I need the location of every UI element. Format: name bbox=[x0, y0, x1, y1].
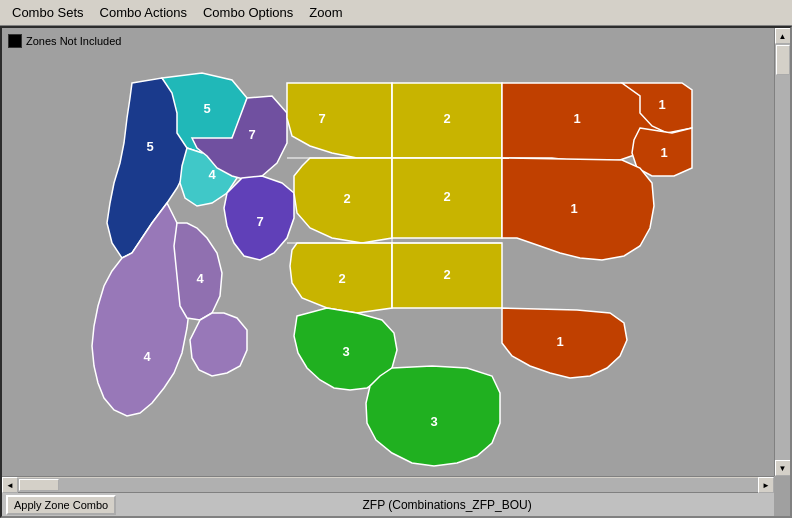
zone-yellow-mid-right[interactable] bbox=[392, 158, 502, 238]
h-scroll-thumb[interactable] bbox=[19, 479, 59, 491]
v-scroll-track bbox=[775, 44, 791, 460]
main-area: Zones Not Included 5 5 4 7 4 4 7 bbox=[0, 26, 792, 518]
legend-color-box bbox=[8, 34, 22, 48]
zone-yellow-top-right[interactable] bbox=[392, 83, 502, 158]
menu-bar: Combo Sets Combo Actions Combo Options Z… bbox=[0, 0, 792, 26]
zone-yellow-lower-right[interactable] bbox=[392, 243, 502, 308]
h-scrollbar: ◄ ► bbox=[2, 476, 774, 492]
menu-combo-options[interactable]: Combo Options bbox=[195, 3, 301, 22]
apply-zone-combo-button[interactable]: Apply Zone Combo bbox=[6, 495, 116, 515]
map-legend: Zones Not Included bbox=[8, 34, 121, 48]
bottom-section: ◄ ► Apply Zone Combo ZFP (Combinations_Z… bbox=[2, 476, 774, 516]
menu-combo-sets[interactable]: Combo Sets bbox=[4, 3, 92, 22]
menu-combo-actions[interactable]: Combo Actions bbox=[92, 3, 195, 22]
map-svg: 5 5 4 7 4 4 7 7 2 bbox=[2, 28, 762, 478]
h-scroll-track bbox=[18, 478, 758, 492]
scroll-left-button[interactable]: ◄ bbox=[2, 477, 18, 493]
scroll-right-button[interactable]: ► bbox=[758, 477, 774, 493]
v-scroll-thumb[interactable] bbox=[776, 45, 790, 75]
scroll-down-button[interactable]: ▼ bbox=[775, 460, 791, 476]
scroll-up-button[interactable]: ▲ bbox=[775, 28, 791, 44]
menu-zoom[interactable]: Zoom bbox=[301, 3, 350, 22]
status-text: ZFP (Combinations_ZFP_BOU) bbox=[120, 498, 774, 512]
vertical-scrollbar: ▲ ▼ bbox=[774, 28, 790, 476]
legend-label: Zones Not Included bbox=[26, 35, 121, 47]
status-bar: Apply Zone Combo ZFP (Combinations_ZFP_B… bbox=[2, 492, 774, 516]
zone-purple-lower-3[interactable] bbox=[190, 313, 247, 376]
map-container[interactable]: Zones Not Included 5 5 4 7 4 4 7 bbox=[0, 26, 792, 518]
